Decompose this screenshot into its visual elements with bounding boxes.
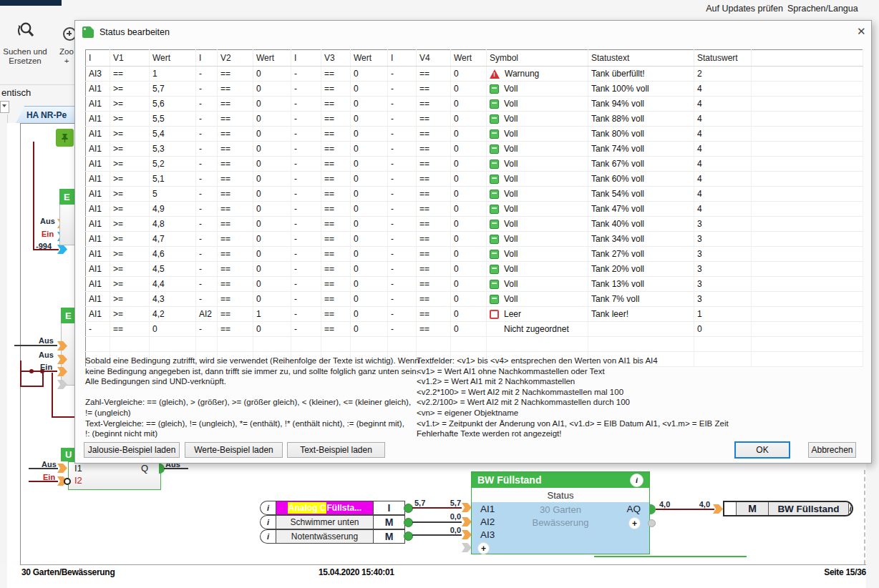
column-header[interactable]: Wert	[253, 50, 291, 67]
dropdown-fragment[interactable]	[0, 101, 9, 113]
sensor-type: I	[373, 501, 405, 515]
column-header[interactable]: Wert	[150, 50, 196, 67]
status-symbol-label: Voll	[504, 294, 518, 304]
status-text: Tank 20% voll	[588, 262, 694, 277]
info-icon[interactable]: i	[630, 474, 644, 487]
wire-value-label: Aus	[39, 351, 54, 359]
info-icon[interactable]: i	[849, 502, 852, 515]
table-row[interactable]: AI1>= 4,4- ==0 -== 0- ==0 Voll Tank 13% …	[86, 277, 863, 292]
status-value: 3	[694, 232, 752, 247]
status-symbol-label: Voll	[504, 279, 518, 289]
block-header: BW Füllstand i	[472, 472, 649, 488]
table-row[interactable]: AI3== 1- ==0 -== 0- ==0 Warnung Tank übe…	[86, 67, 863, 82]
sensor-box-notentwaesserung[interactable]: i Notentwässerung M	[260, 529, 405, 544]
wire-value: 5,7	[414, 499, 425, 507]
info-glyph: i	[267, 504, 269, 512]
status-value: 4	[694, 187, 752, 202]
port-label: I1	[74, 463, 82, 474]
table-row[interactable]: AI1>= 5,4- ==0 -== 0- ==0 Voll Tank 80% …	[86, 127, 863, 142]
table-row[interactable]: -== 0- ==0 -== 0- ==0 Nicht zugeordnet 0	[86, 322, 863, 337]
table-row[interactable]: AI1>= 4,9- ==0 -== 0- ==0 Voll Tank 47% …	[86, 202, 863, 217]
column-header[interactable]: Symbol	[487, 50, 588, 67]
status-value	[694, 337, 752, 352]
page-margin-marks	[864, 470, 865, 564]
column-header[interactable]: Wert	[351, 50, 388, 67]
status-symbol-icon	[490, 69, 500, 79]
table-row[interactable]: AI1>= 5,2- ==0 -== 0- ==0 Voll Tank 67% …	[86, 157, 863, 172]
column-header[interactable]: V3	[321, 50, 351, 67]
wire	[412, 521, 462, 523]
wire-value-label: -994	[36, 242, 52, 250]
table-row[interactable]: AI1>= 4,5- ==0 -== 0- ==0 Voll Tank 20% …	[86, 262, 863, 277]
status-text: Tank 47% voll	[588, 202, 694, 217]
toolbar-separator	[0, 84, 74, 85]
sensor-box-analog[interactable]: i Analog C Füllsta... I	[260, 501, 405, 515]
block-letter: E	[64, 192, 70, 202]
load-werte-example-button[interactable]: Werte-Beispiel laden	[185, 442, 283, 458]
block-title: BW Füllstand	[477, 474, 541, 486]
status-text: Tank 34% voll	[588, 232, 694, 247]
output-connector[interactable]	[404, 531, 413, 541]
load-jalousie-example-button[interactable]: Jalousie-Beispiel laden	[84, 442, 180, 458]
help-text-left: Sobald eine Bedingung zutrifft, wird sie…	[85, 356, 422, 439]
menu-check-updates[interactable]: Auf Updates prüfen	[706, 4, 783, 14]
column-header[interactable]: I	[388, 50, 417, 67]
pin-icon[interactable]	[56, 129, 74, 147]
close-icon[interactable]: ✕	[857, 26, 866, 36]
ok-button[interactable]: OK	[734, 441, 790, 459]
wire	[412, 534, 462, 536]
cancel-button[interactable]: Abbrechen	[808, 442, 856, 458]
status-symbol-label: Voll	[504, 99, 518, 109]
status-symbol-label: Voll	[504, 249, 518, 259]
column-header[interactable]: V2	[218, 50, 253, 67]
unused-output-connector[interactable]	[648, 519, 656, 527]
status-text: Tank 40% voll	[588, 217, 694, 232]
table-row[interactable]: AI1>= 5- ==0 -== 0- ==0 Voll Tank 54% vo…	[86, 187, 863, 202]
add-input-button[interactable]: +	[477, 542, 490, 554]
table-row[interactable]: AI1>= 5,3- ==0 -== 0- ==0 Voll Tank 74% …	[86, 142, 863, 157]
status-table[interactable]: IV1WertIV2WertIV3WertIV4WertSymbolStatus…	[85, 49, 863, 367]
status-symbol-icon	[490, 175, 499, 184]
add-output-button[interactable]: +	[628, 517, 641, 529]
status-value: 0	[694, 322, 752, 337]
footer-page-number: Seite 15/36	[752, 567, 866, 577]
table-row[interactable]	[86, 337, 863, 352]
column-header[interactable]: I	[291, 50, 321, 67]
search-replace-icon	[16, 31, 37, 44]
info-icon[interactable]: i	[260, 515, 276, 529]
output-object-box[interactable]: M BW Füllstand i	[723, 501, 853, 516]
table-row[interactable]: AI1>= 4,8- ==0 -== 0- ==0 Voll Tank 40% …	[86, 217, 863, 232]
info-icon[interactable]: i	[260, 501, 276, 515]
column-header[interactable]: I	[86, 50, 110, 67]
table-row[interactable]: AI1>= 5,6- ==0 -== 0- ==0 Voll Tank 94% …	[86, 97, 863, 112]
table-row[interactable]: AI1>= 4,7- ==0 -== 0- ==0 Voll Tank 34% …	[86, 232, 863, 247]
wire-value: 0,0	[444, 526, 461, 534]
search-replace-button[interactable]	[16, 20, 37, 44]
sensor-box-schwimmer[interactable]: i Schwimmer unten M	[260, 515, 405, 529]
sheet-tab-label: HA NR-Pe	[26, 110, 67, 120]
column-header[interactable]: V1	[110, 50, 150, 67]
table-row[interactable]: AI1>= 5,1- ==0 -== 0- ==0 Voll Tank 60% …	[86, 172, 863, 187]
column-header[interactable]: Statustext	[588, 50, 694, 67]
table-row[interactable]: AI1>= 5,5- ==0 -== 0- ==0 Voll Tank 88% …	[86, 112, 863, 127]
table-row[interactable]: AI1>= 4,6- ==0 -== 0- ==0 Voll Tank 27% …	[86, 247, 863, 262]
info-icon[interactable]: i	[260, 529, 276, 544]
status-value: 4	[694, 202, 752, 217]
column-header[interactable]: V4	[417, 50, 451, 67]
column-header[interactable]: Wert	[451, 50, 487, 67]
sheet-tab[interactable]: HA NR-Pe	[16, 106, 77, 124]
status-text	[588, 322, 694, 337]
column-header[interactable]: I	[196, 50, 218, 67]
table-row[interactable]: AI1>= 5,7- ==0 -== 0- ==0 Voll Tank 100%…	[86, 82, 863, 97]
bw-fuellstand-block[interactable]: BW Füllstand i Status AI1 AI2 AI3 + 30 G…	[471, 471, 650, 554]
output-port: AQ	[626, 504, 641, 514]
column-header[interactable]	[752, 50, 863, 67]
table-row[interactable]: AI1>= 4,3- ==0 -== 0- ==0 Voll Tank 7% v…	[86, 292, 863, 307]
status-value: 4	[694, 172, 752, 187]
table-row[interactable]: AI1>= 4,2AI2 ==1 -== 0- ==0 Leer Tank le…	[86, 307, 863, 322]
menu-languages[interactable]: Sprachen/Langua	[787, 4, 879, 14]
load-text-example-button[interactable]: Text-Beispiel laden	[287, 442, 385, 458]
block-status-row: Status	[472, 488, 649, 502]
column-header[interactable]: Statuswert	[694, 50, 752, 67]
dialog-icon	[82, 26, 94, 38]
